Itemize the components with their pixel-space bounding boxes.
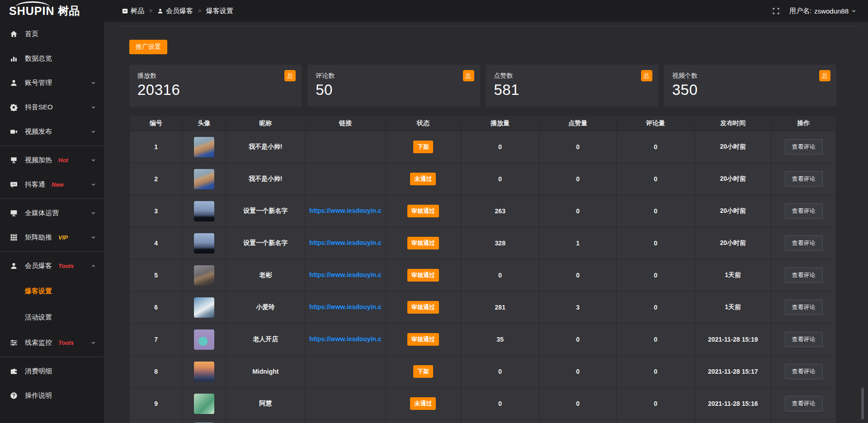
status-badge: 下架 — [413, 141, 433, 153]
sidebar-item-video-publish[interactable]: 视频发布 — [0, 119, 104, 144]
stat-value: 350 — [672, 81, 830, 99]
comment-count: 0 — [616, 131, 694, 163]
nickname — [226, 420, 306, 423]
sidebar-item-data-overview[interactable]: 数据总览 — [0, 46, 104, 70]
chevron-down-icon — [91, 129, 96, 134]
play-count: 263 — [461, 195, 539, 227]
svg-text:?: ? — [12, 393, 15, 398]
sidebar-item-home[interactable]: 首页 — [0, 22, 104, 46]
total-badge: 总 — [641, 70, 652, 81]
sidebar-subitem-activity-settings[interactable]: 活动设置 — [0, 304, 104, 330]
play-count: 0 — [461, 259, 539, 291]
view-comments-button[interactable]: 查看评论 — [785, 139, 823, 155]
column-header: 评论量 — [616, 116, 694, 131]
publish-time: 1天前 — [695, 291, 771, 324]
main-content: 推广设置 播放数20316总评论数50总点赞数581总视频个数350总 编号头像… — [104, 22, 868, 423]
chevron-down-icon — [91, 105, 96, 110]
sidebar-item-tag: Tools — [58, 263, 74, 269]
view-comments-button[interactable]: 查看评论 — [785, 396, 823, 411]
table-row: 4设置一个新名字https://www.iesdouyin.c审核通过32810… — [130, 227, 836, 259]
sidebar-item-label: 矩阵助推 — [25, 233, 52, 242]
scrollbar-thumb[interactable] — [861, 388, 864, 419]
sidebar-item-video-heat[interactable]: 视频加热Hot — [0, 148, 104, 172]
view-comments-button[interactable]: 查看评论 — [785, 268, 823, 283]
view-comments-button[interactable]: 查看评论 — [785, 300, 823, 315]
sidebar-item-member-baoke[interactable]: 会员爆客Tools — [0, 254, 104, 278]
status-badge: 下架 — [413, 365, 433, 378]
view-comments-button[interactable]: 查看评论 — [785, 364, 823, 379]
stat-value: 50 — [316, 81, 473, 99]
sidebar-item-label: 会员爆客 — [25, 262, 52, 270]
sidebar-item-label: 视频加热 — [25, 156, 52, 164]
user-icon — [157, 8, 163, 14]
breadcrumb-home[interactable]: 树品 — [131, 7, 144, 15]
view-comments-button[interactable]: 查看评论 — [785, 171, 823, 187]
user-area: 用户名: zswodun88 — [773, 7, 856, 15]
sidebar-divider — [0, 251, 104, 252]
sidebar-item-clue-monitor[interactable]: 线索监控Tools — [0, 330, 104, 355]
table-row: 7老人开店https://www.iesdouyin.c审核通过35002021… — [130, 324, 836, 356]
nickname: 我不是小帅! — [226, 163, 306, 195]
total-badge: 总 — [819, 70, 830, 81]
status-badge: 审核通过 — [407, 269, 439, 282]
comment-count: 0 — [616, 291, 694, 324]
sidebar-item-doukatong[interactable]: 抖客通New — [0, 172, 104, 197]
stat-label: 点赞数 — [494, 72, 652, 80]
profile-link[interactable]: https://www.iesdouyin.c — [309, 335, 382, 343]
sidebar-item-label: 全媒体运营 — [25, 209, 59, 217]
profile-link[interactable]: https://www.iesdouyin.c — [309, 303, 382, 310]
nickname: 设置一个新名字 — [226, 227, 306, 259]
table-row: 2我不是小帅!未通过00020小时前查看评论 — [130, 163, 836, 195]
nickname: 阿慧 — [226, 388, 306, 420]
publish-time: 20小时前 — [695, 227, 771, 259]
sidebar-item-consumption-detail[interactable]: 消费明细 — [0, 359, 104, 383]
table-row: 6小爱玲https://www.iesdouyin.c审核通过281301天前查… — [130, 291, 836, 324]
column-header: 播放量 — [461, 116, 539, 131]
like-count: 1 — [539, 227, 616, 259]
sidebar-item-account-management[interactable]: 账号管理 — [0, 70, 104, 95]
sidebar-item-label: 线索监控 — [25, 338, 52, 347]
view-comments-button[interactable]: 查看评论 — [785, 203, 823, 219]
sidebar-menu: 首页数据总览账号管理抖音SEO视频发布视频加热Hot抖客通New全媒体运营矩阵助… — [0, 22, 104, 423]
sidebar-item-tag: New — [52, 181, 64, 188]
logo-arc-icon — [15, 1, 50, 7]
chevron-down-icon[interactable] — [851, 9, 856, 14]
sidebar-item-matrix-boost[interactable]: 矩阵助推VIP — [0, 225, 104, 249]
avatar — [194, 265, 214, 286]
sidebar-item-all-media-operation[interactable]: 全媒体运营 — [0, 201, 104, 225]
sidebar-item-label: 视频发布 — [25, 127, 52, 136]
view-comments-button[interactable]: 查看评论 — [785, 332, 823, 347]
view-comments-button[interactable]: 查看评论 — [785, 235, 823, 251]
breadcrumb-separator: > — [149, 8, 152, 14]
sidebar-subitem-baoke-settings[interactable]: 爆客设置 — [0, 278, 104, 304]
username[interactable]: zswodun88 — [814, 7, 849, 15]
user-icon — [10, 79, 19, 87]
row-id: 3 — [130, 195, 183, 227]
row-id: 8 — [130, 356, 183, 388]
fullscreen-icon[interactable] — [773, 8, 779, 14]
table-row: 8Midnight下架0002021-11-28 15:17查看评论 — [130, 356, 836, 388]
chevron-down-icon — [91, 340, 96, 345]
heat-icon — [10, 156, 19, 164]
column-header: 状态 — [385, 116, 461, 131]
stat-label: 评论数 — [316, 72, 473, 80]
sidebar-item-operation-guide[interactable]: ?操作说明 — [0, 383, 104, 408]
profile-link[interactable]: https://www.iesdouyin.c — [309, 271, 382, 278]
nickname: 老人开店 — [226, 324, 306, 356]
user-icon — [10, 262, 19, 270]
promo-settings-button[interactable]: 推广设置 — [129, 40, 167, 54]
avatar — [194, 169, 214, 189]
publish-time: 20小时前 — [695, 131, 771, 163]
stat-card: 播放数20316总 — [129, 65, 302, 107]
stat-value: 581 — [494, 81, 652, 99]
chevron-down-icon — [91, 80, 96, 85]
breadcrumb-member-baoke[interactable]: 会员爆客 — [166, 7, 193, 15]
total-badge: 总 — [284, 70, 296, 81]
play-count: 35 — [461, 324, 539, 356]
profile-link[interactable]: https://www.iesdouyin.c — [309, 207, 382, 214]
stat-label: 播放数 — [137, 72, 295, 80]
sidebar-item-douyin-seo[interactable]: 抖音SEO — [0, 95, 104, 119]
nickname: 老彬 — [226, 259, 306, 291]
column-header: 操作 — [771, 116, 836, 131]
profile-link[interactable]: https://www.iesdouyin.c — [309, 239, 382, 246]
